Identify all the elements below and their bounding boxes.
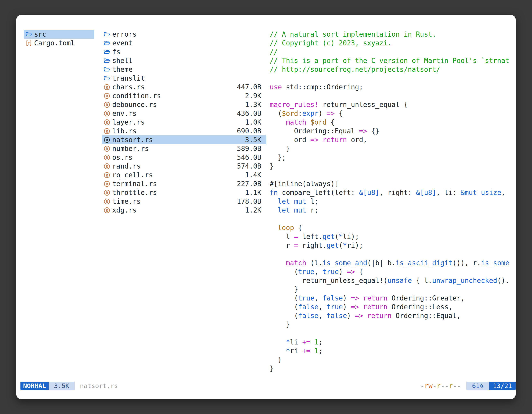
file-size: 589.0B — [237, 144, 261, 153]
file-name: throttle.rs — [112, 189, 157, 197]
svg-text:R: R — [106, 111, 108, 116]
svg-text:R: R — [106, 120, 108, 124]
file-size: 436.0B — [237, 109, 261, 117]
current-pane: errors event fs shell theme translit R c… — [102, 30, 266, 215]
file-name: fs — [112, 48, 120, 56]
file-row[interactable]: R chars.rs 447.0B — [102, 83, 266, 91]
folder-open-icon — [104, 48, 110, 55]
code-line: } — [270, 285, 516, 294]
preview-pane: // A natural sort implementation in Rust… — [270, 30, 516, 373]
file-row[interactable]: R env.rs 436.0B — [102, 109, 266, 118]
folder-open-icon — [104, 75, 110, 82]
file-row[interactable]: R os.rs 546.0B — [102, 153, 266, 162]
file-size: 546.0B — [237, 154, 261, 161]
code-line: loop { — [270, 223, 516, 232]
svg-text:R: R — [106, 208, 108, 212]
code-line: (true, true) => { — [270, 267, 516, 276]
code-line: // http://sourcefrog.net/projects/natsor… — [270, 65, 516, 74]
code-line: let mut l; — [270, 197, 516, 206]
cursor-position-badge: 13/21 — [489, 382, 516, 390]
svg-text:R: R — [106, 173, 108, 177]
file-row[interactable]: R throttle.rs 1.1K — [102, 188, 266, 197]
code-line: (false, false) => return Ordering::Equal… — [270, 311, 516, 320]
file-name: lib.rs — [112, 127, 137, 135]
file-row[interactable]: R xdg.rs 1.2K — [102, 206, 266, 215]
svg-text:R: R — [106, 199, 108, 203]
file-row[interactable]: R condition.rs 2.9K — [102, 91, 266, 100]
svg-text:R: R — [106, 94, 108, 98]
yazi-file-manager-window: src Cargo.toml errors event fs shell the… — [16, 15, 516, 399]
rust-file-icon: R — [104, 110, 110, 117]
file-name: event — [112, 39, 133, 47]
svg-text:R: R — [106, 155, 108, 160]
file-name: env.rs — [112, 109, 137, 117]
code-line: r = right.get(*ri); — [270, 241, 516, 250]
scroll-percent-badge: 61% — [466, 382, 489, 390]
file-name: condition.rs — [112, 92, 161, 100]
file-name: layer.rs — [112, 118, 145, 126]
file-row[interactable]: shell — [102, 56, 266, 65]
file-row[interactable]: R ro_cell.rs 1.4K — [102, 171, 266, 179]
code-line: (true, false) => return Ordering::Greate… — [270, 294, 516, 303]
rust-file-icon: R — [104, 189, 110, 196]
code-line: } — [270, 355, 516, 364]
status-filename: natsort.rs — [80, 382, 118, 389]
file-row[interactable]: fs — [102, 48, 266, 56]
code-line — [270, 171, 516, 179]
file-name: ro_cell.rs — [112, 171, 153, 179]
panes-container: src Cargo.toml errors event fs shell the… — [24, 30, 516, 373]
file-row[interactable]: Cargo.toml — [24, 39, 94, 48]
code-line: // A natural sort implementation in Rust… — [270, 30, 516, 39]
file-name: time.rs — [112, 197, 141, 205]
folder-open-icon — [25, 31, 32, 38]
mode-indicator: NORMAL — [20, 382, 49, 390]
file-size: 1.4K — [245, 171, 261, 179]
svg-text:R: R — [106, 164, 108, 168]
file-name: src — [34, 30, 47, 38]
code-line: use std::cmp::Ordering; — [270, 83, 516, 91]
file-row[interactable]: R time.rs 178.0B — [102, 197, 266, 206]
code-line: #[inline(always)] — [270, 179, 516, 188]
file-row[interactable]: errors — [102, 30, 266, 39]
file-size: 1.2K — [245, 206, 261, 214]
file-name: errors — [112, 30, 137, 38]
file-row[interactable]: R rand.rs 574.0B — [102, 162, 266, 171]
file-row[interactable]: R layer.rs 1.0K — [102, 118, 266, 127]
code-line: }; — [270, 153, 516, 162]
file-name: number.rs — [112, 144, 149, 153]
rust-file-icon: R — [104, 163, 110, 170]
file-row[interactable]: event — [102, 39, 266, 48]
code-line: *li += 1; — [270, 338, 516, 347]
status-bar: NORMAL 3.5K natsort.rs -rw-r--r-- 61% 13… — [20, 382, 516, 390]
file-row[interactable]: R debounce.rs 1.3K — [102, 100, 266, 109]
code-line — [270, 74, 516, 83]
file-size-badge: 3.5K — [49, 382, 75, 390]
code-preview: // A natural sort implementation in Rust… — [270, 30, 516, 373]
file-row[interactable]: theme — [102, 65, 266, 74]
file-row[interactable]: R natsort.rs 3.5K — [102, 135, 266, 144]
folder-open-icon — [104, 57, 110, 64]
code-line — [270, 215, 516, 223]
file-row[interactable]: R terminal.rs 227.0B — [102, 179, 266, 188]
code-line: match $ord { — [270, 118, 516, 127]
code-line: ord => return ord, — [270, 135, 516, 144]
rust-file-icon: R — [104, 119, 110, 126]
code-line — [270, 91, 516, 100]
rust-file-icon: R — [104, 128, 110, 135]
code-line: l = left.get(*li); — [270, 232, 516, 241]
rust-file-icon: R — [104, 207, 110, 214]
file-name: natsort.rs — [112, 136, 153, 144]
code-line: fn compare_left(left: &[u8], right: &[u8… — [270, 188, 516, 197]
code-line: // — [270, 48, 516, 56]
file-row[interactable]: R lib.rs 690.0B — [102, 127, 266, 135]
file-size: 1.3K — [245, 101, 261, 109]
file-row[interactable]: src — [24, 30, 94, 39]
file-row[interactable]: R number.rs 589.0B — [102, 144, 266, 153]
file-row[interactable]: translit — [102, 74, 266, 83]
code-line: (false, true) => return Ordering::Less, — [270, 303, 516, 311]
code-line: // Copyright (c) 2023, sxyazi. — [270, 39, 516, 48]
file-name: translit — [112, 74, 145, 82]
svg-text:R: R — [106, 129, 108, 133]
rust-file-icon: R — [104, 136, 110, 143]
file-size: 227.0B — [237, 180, 261, 188]
